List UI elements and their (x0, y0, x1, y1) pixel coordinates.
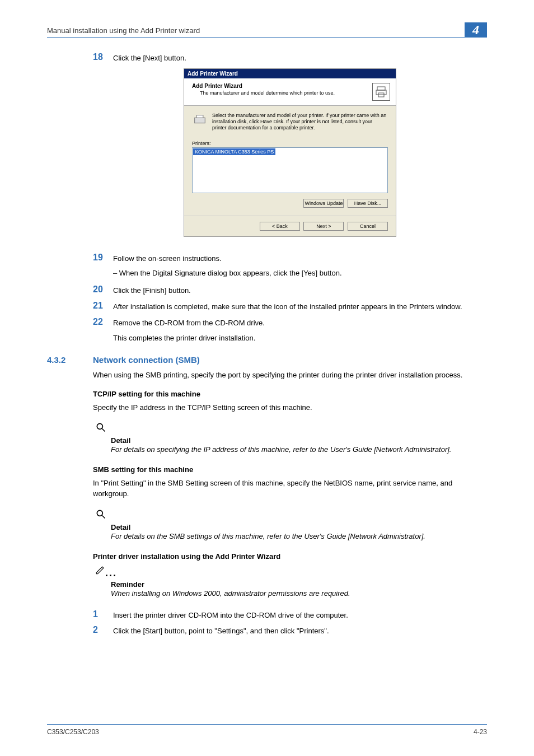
step-number: 20 (93, 284, 113, 296)
detail-label: Detail (93, 523, 487, 531)
chapter-number: 4 (465, 22, 487, 37)
footer-page: 4-23 (474, 728, 487, 736)
tcpip-heading: TCP/IP setting for this machine (93, 390, 487, 398)
printers-label: Printers: (192, 141, 388, 146)
wizard-head-title: Add Printer Wizard (192, 83, 372, 89)
section-4-3-2: 4.3.2 Network connection (SMB) (47, 355, 487, 365)
wizard-head-subtitle: The manufacturer and model determine whi… (192, 89, 372, 96)
svg-line-6 (102, 429, 105, 432)
magnifier-icon (93, 422, 487, 435)
step-21: 21 After installation is completed, make… (93, 301, 487, 312)
page-footer: C353/C253/C203 4-23 (47, 724, 487, 736)
step-number: 18 (93, 52, 113, 64)
step-text: Insert the printer driver CD-ROM into th… (113, 609, 487, 621)
smb-heading: SMB setting for this machine (93, 465, 487, 474)
step-number: 1 (93, 609, 113, 621)
step-number: 22 (93, 317, 113, 329)
completion-text: This completes the printer driver instal… (93, 333, 487, 344)
printer-small-icon (192, 113, 208, 128)
step-number: 2 (93, 625, 113, 637)
cancel-button[interactable]: Cancel (348, 222, 388, 231)
svg-rect-3 (195, 118, 205, 123)
step-2: 2 Click the [Start] button, point to "Se… (93, 625, 487, 637)
detail-label: Detail (93, 436, 487, 445)
wizard-instruction: Select the manufacturer and model of you… (212, 113, 388, 132)
section-intro: When using the SMB printing, specify the… (93, 370, 487, 381)
step-text: Follow the on-screen instructions. (113, 253, 487, 264)
step-22: 22 Remove the CD-ROM from the CD-ROM dri… (93, 317, 487, 329)
step-text: After installation is completed, make su… (113, 301, 487, 312)
svg-point-7 (97, 510, 102, 516)
step-number: 19 (93, 253, 113, 264)
step-1: 1 Insert the printer driver CD-ROM into … (93, 609, 487, 621)
windows-update-button[interactable]: Windows Update (303, 199, 344, 208)
step-19-sub: When the Digital Signature dialog box ap… (93, 268, 487, 279)
printer-list-item[interactable]: KONICA MINOLTA C353 Series PS (193, 148, 275, 155)
header-title: Manual installation using the Add Printe… (47, 26, 465, 35)
wizard-titlebar: Add Printer Wizard (184, 69, 396, 78)
wizard-header: Add Printer Wizard The manufacturer and … (184, 78, 396, 106)
reminder-note: ... Reminder When installing on Windows … (93, 565, 487, 599)
detail-text: For details on specifying the IP address… (93, 445, 487, 455)
svg-line-8 (102, 515, 105, 518)
have-disk-button[interactable]: Have Disk... (348, 199, 388, 208)
wizard-body: Select the manufacturer and model of you… (184, 106, 396, 216)
svg-rect-0 (377, 87, 385, 90)
step-number: 21 (93, 301, 113, 312)
magnifier-icon (93, 508, 487, 522)
add-printer-wizard-dialog: Add Printer Wizard Add Printer Wizard Th… (184, 68, 396, 237)
next-button[interactable]: Next > (303, 222, 344, 231)
section-number: 4.3.2 (47, 355, 93, 365)
svg-point-5 (97, 424, 102, 430)
step-text: Click the [Start] button, point to "Sett… (113, 625, 487, 637)
footer-model: C353/C253/C203 (47, 728, 99, 736)
smb-text: In "Print Setting" in the SMB Setting sc… (93, 478, 487, 500)
reminder-label: Reminder (93, 580, 487, 589)
svg-rect-1 (376, 90, 386, 95)
step-text: Click the [Finish] button. (113, 284, 487, 296)
step-text: Click the [Next] button. (113, 52, 487, 64)
reminder-text: When installing on Windows 2000, adminis… (93, 589, 487, 599)
section-title: Network connection (SMB) (93, 355, 200, 365)
page-header: Manual installation using the Add Printe… (47, 22, 487, 38)
svg-rect-4 (196, 115, 203, 118)
step-text: Remove the CD-ROM from the CD-ROM drive. (113, 317, 487, 329)
printers-listbox[interactable]: KONICA MINOLTA C353 Series PS (192, 147, 388, 193)
detail-note: Detail For details on the SMB settings o… (93, 508, 487, 542)
tcpip-text: Specify the IP address in the TCP/IP Set… (93, 403, 487, 413)
pencil-icon: ... (93, 565, 487, 579)
step-20: 20 Click the [Finish] button. (93, 284, 487, 296)
printer-icon (372, 83, 390, 101)
detail-text: For details on the SMB settings of this … (93, 531, 487, 542)
driver-install-heading: Printer driver installation using the Ad… (93, 552, 487, 561)
detail-note: Detail For details on specifying the IP … (93, 422, 487, 455)
step-18: 18 Click the [Next] button. (93, 52, 487, 64)
step-19: 19 Follow the on-screen instructions. (93, 253, 487, 264)
back-button[interactable]: < Back (260, 222, 300, 231)
